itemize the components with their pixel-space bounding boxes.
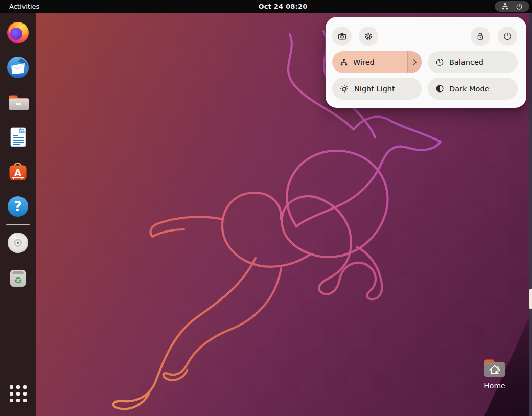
ubuntu-software-icon: A [6,159,30,183]
power-mode-toggle[interactable]: Balanced [428,51,518,73]
home-folder-label: Home [479,382,510,390]
screenshot-button[interactable] [332,27,352,46]
power-profile-icon [435,58,444,66]
power-button[interactable] [498,27,517,46]
wired-toggle-label: Wired [353,58,375,66]
dock-item-libreoffice-writer[interactable] [6,125,30,149]
disc-icon [6,230,30,255]
svg-text:?: ? [14,198,22,214]
dock: A ? [0,13,36,416]
svg-text:♻: ♻ [14,275,22,286]
wired-network-icon [501,3,509,10]
app-grid-dot [10,392,13,396]
app-grid-dot [16,392,20,396]
dock-item-thunderbird[interactable] [6,55,30,80]
dock-item-trash[interactable]: ♻ [6,265,30,290]
power-icon [503,32,512,41]
dark-mode-toggle[interactable]: Dark Mode [428,78,518,100]
app-grid-dot [23,385,27,389]
dock-item-firefox[interactable] [6,20,30,45]
desktop-home-folder[interactable]: Home [479,355,510,390]
app-grid-dot [23,392,27,396]
dock-separator [6,224,30,225]
trash-icon: ♻ [6,265,30,290]
top-bar: Activities Oct 24 08:20 [0,0,532,13]
wired-submenu-arrow[interactable] [407,51,422,73]
wired-toggle[interactable]: Wired [332,51,422,73]
chevron-right-icon [413,59,417,65]
night-light-toggle[interactable]: Night Light [332,78,422,100]
power-mode-toggle-label: Balanced [449,58,483,66]
help-icon: ? [6,194,30,219]
quick-settings-panel: Wired Balanced Night Light [326,17,526,108]
settings-gear-icon [363,31,374,41]
dark-mode-toggle-label: Dark Mode [449,85,490,93]
app-grid-dot [23,399,27,402]
dock-item-help[interactable]: ? [6,194,30,219]
night-light-sun-icon [340,84,349,94]
lock-icon [476,32,485,41]
dock-item-disc[interactable] [6,230,30,255]
right-edge-scroll-handle[interactable] [529,289,532,309]
dock-item-app-grid[interactable] [9,384,27,403]
settings-button[interactable] [359,27,378,46]
wired-network-icon [340,58,348,66]
thunderbird-icon [6,55,30,80]
app-grid-dot [16,385,20,389]
clock-button[interactable]: Oct 24 08:20 [259,0,308,13]
libreoffice-writer-icon [6,125,30,149]
right-edge-strip [529,13,532,416]
activities-button[interactable]: Activities [4,0,44,13]
dark-mode-icon [435,84,444,93]
firefox-icon [6,20,30,45]
screenshot-camera-icon [337,32,347,41]
dock-item-files[interactable] [6,90,30,114]
system-tray[interactable] [495,1,529,12]
files-folder-icon [6,90,30,114]
home-folder-icon [480,355,509,379]
svg-text:A: A [14,167,22,178]
night-light-toggle-label: Night Light [354,85,395,93]
power-icon [516,3,523,10]
app-grid-dot [10,399,13,402]
app-grid-dot [10,385,13,389]
dock-item-ubuntu-software[interactable]: A [6,159,30,183]
lock-button[interactable] [471,27,490,46]
app-grid-dot [16,399,20,402]
